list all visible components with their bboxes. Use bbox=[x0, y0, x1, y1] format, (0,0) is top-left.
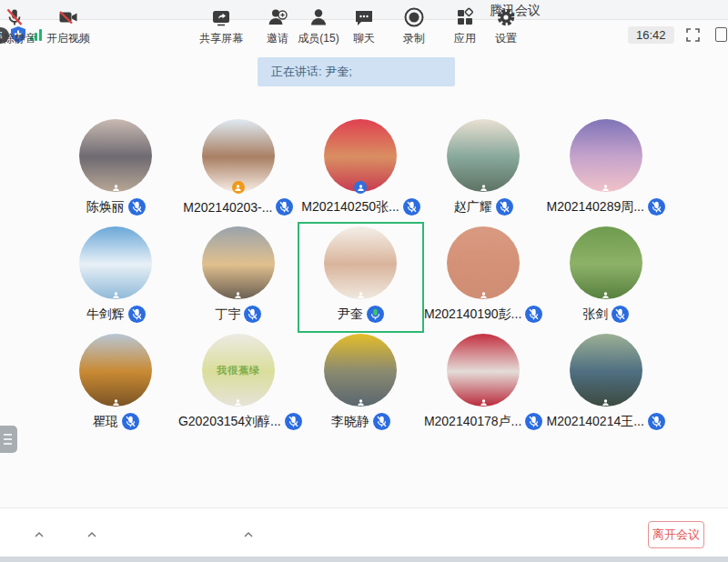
participant-tile[interactable]: M202140203-... bbox=[177, 116, 300, 224]
participant-avatar bbox=[570, 119, 642, 192]
role-badge bbox=[232, 288, 245, 301]
participant-tile[interactable]: 赵广耀 bbox=[422, 116, 545, 224]
mic-status-icon bbox=[403, 198, 420, 216]
leave-meeting-button[interactable]: 离开会议 bbox=[648, 521, 704, 548]
role-badge bbox=[600, 181, 612, 194]
participant-name-row: 尹奎 bbox=[338, 306, 384, 323]
role-badge bbox=[109, 181, 122, 194]
speaking-banner: 正在讲话: 尹奎; bbox=[258, 57, 455, 86]
host-badge bbox=[232, 181, 245, 194]
participant-name: 丁宇 bbox=[215, 306, 240, 323]
participant-name: 尹奎 bbox=[338, 306, 363, 323]
participant-name-row: 丁宇 bbox=[215, 306, 261, 323]
participant-name: M202140214王... bbox=[546, 414, 643, 430]
maximize-icon[interactable] bbox=[715, 27, 727, 42]
settings-gear-icon bbox=[494, 5, 518, 29]
participant-avatar bbox=[447, 334, 520, 406]
participant-avatar bbox=[324, 119, 397, 192]
toolbar-item-settings[interactable]: 设置 bbox=[479, 5, 533, 46]
participant-name: M202140250张... bbox=[301, 199, 399, 216]
participant-name-row: 赵广耀 bbox=[454, 198, 513, 216]
share-screen-icon bbox=[209, 5, 233, 29]
participant-name-row: M202140214王... bbox=[546, 413, 664, 430]
participant-name-row: 牛剑辉 bbox=[86, 306, 146, 323]
mic-status-icon bbox=[648, 413, 665, 430]
role-badge bbox=[600, 288, 612, 301]
participant-name-row: G20203154刘醇... bbox=[178, 413, 298, 430]
participant-avatar bbox=[324, 334, 397, 406]
mic-status-icon bbox=[128, 306, 146, 323]
window-bottom-edge bbox=[0, 557, 728, 562]
toolbar-item-share-screen[interactable]: 共享屏幕 bbox=[187, 5, 256, 46]
video-options-chevron[interactable] bbox=[87, 526, 96, 533]
toolbar-label: 邀请 bbox=[267, 31, 288, 46]
participant-name-row: M202140190彭... bbox=[424, 306, 542, 323]
members-icon bbox=[307, 5, 330, 29]
participant-name: M202140178卢... bbox=[424, 414, 521, 430]
participant-tile[interactable]: 牛剑辉 bbox=[55, 224, 177, 331]
toolbar-label: 共享屏幕 bbox=[199, 31, 243, 46]
participant-tile[interactable]: 张剑 bbox=[544, 224, 667, 331]
fullscreen-icon[interactable] bbox=[686, 28, 700, 42]
participant-name-row: 张剑 bbox=[582, 306, 629, 323]
mic-status-icon bbox=[525, 413, 542, 430]
participant-avatar bbox=[570, 226, 642, 299]
participant-tile[interactable]: 陈焕丽 bbox=[55, 116, 177, 224]
record-icon bbox=[402, 5, 426, 29]
participant-name-row: 李晓静 bbox=[331, 413, 390, 430]
participant-name: 李晓静 bbox=[331, 414, 369, 430]
meeting-time: 16:42 bbox=[628, 26, 674, 44]
participant-name: M202140289周... bbox=[546, 199, 643, 216]
participant-tile[interactable]: M202140178卢... bbox=[422, 331, 545, 438]
mic-status-icon bbox=[122, 413, 139, 430]
participant-avatar bbox=[202, 119, 275, 192]
role-badge bbox=[109, 396, 122, 408]
participant-avatar bbox=[447, 226, 520, 299]
participant-tile[interactable]: M202140214王... bbox=[544, 331, 667, 438]
mic-status-icon bbox=[525, 306, 542, 323]
mic-status-icon bbox=[128, 198, 146, 216]
share-options-chevron[interactable] bbox=[244, 526, 253, 533]
apps-icon bbox=[453, 5, 477, 29]
participant-name-row: M202140289周... bbox=[546, 198, 664, 216]
role-badge bbox=[354, 288, 367, 301]
participant-avatar bbox=[324, 226, 397, 299]
participant-avatar bbox=[202, 226, 275, 299]
participant-name: 牛剑辉 bbox=[86, 306, 125, 323]
participant-avatar bbox=[79, 119, 152, 192]
role-badge bbox=[109, 288, 122, 301]
participant-avatar: 我很蕉绿 bbox=[202, 334, 275, 406]
cohost-badge bbox=[354, 181, 367, 194]
toolbar-label: 聊天 bbox=[353, 31, 375, 46]
participant-name-row: M202140203-... bbox=[183, 198, 293, 216]
participant-tile[interactable]: 我很蕉绿 G20203154刘醇... bbox=[177, 331, 300, 438]
side-panel-handle[interactable] bbox=[0, 426, 17, 453]
participant-grid: 陈焕丽 M202140203-... bbox=[55, 116, 668, 438]
avatar-text: 我很蕉绿 bbox=[217, 364, 260, 377]
participant-avatar bbox=[79, 226, 152, 299]
mic-status-icon bbox=[612, 306, 629, 323]
bottom-toolbar bbox=[0, 507, 728, 557]
participant-tile[interactable]: M202140289周... bbox=[544, 116, 667, 224]
participant-tile[interactable]: 丁宇 bbox=[177, 224, 300, 331]
participant-name: 陈焕丽 bbox=[86, 199, 125, 216]
role-badge bbox=[477, 396, 490, 408]
toolbar-label: 开启视频 bbox=[46, 31, 90, 46]
participant-tile[interactable]: 瞿琨 bbox=[55, 331, 177, 438]
participant-tile[interactable]: 李晓静 bbox=[299, 331, 422, 438]
toolbar-item-chat[interactable]: 聊天 bbox=[337, 5, 391, 46]
toolbar-item-record[interactable]: 录制 bbox=[387, 5, 441, 46]
participant-name: 赵广耀 bbox=[454, 199, 492, 216]
toolbar-label: 解除静音 bbox=[0, 31, 36, 46]
role-badge bbox=[477, 288, 490, 301]
role-badge bbox=[477, 181, 490, 194]
mic-status-icon bbox=[244, 306, 261, 323]
toolbar-item-start-video[interactable]: 开启视频 bbox=[34, 5, 103, 46]
participant-tile[interactable]: M202140250张... bbox=[299, 116, 422, 224]
unmute-options-chevron[interactable] bbox=[35, 526, 44, 533]
participant-tile[interactable]: M202140190彭... bbox=[422, 224, 545, 331]
toolbar-label: 设置 bbox=[495, 31, 517, 46]
participant-tile[interactable]: 尹奎 bbox=[299, 224, 422, 331]
toolbar-label: 成员(15) bbox=[298, 31, 339, 46]
role-badge bbox=[600, 396, 612, 408]
